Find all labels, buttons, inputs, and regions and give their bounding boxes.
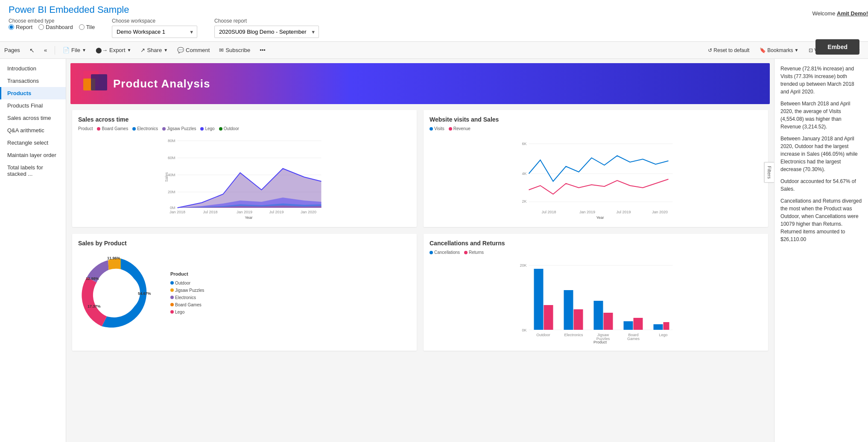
workspace-select[interactable]: Demo Workspace 1 Demo Workspace 2 bbox=[112, 26, 197, 38]
legend-lego: Lego bbox=[200, 126, 214, 131]
legend-outdoor: Outdoor bbox=[219, 126, 239, 131]
report-control: Choose report 2020SU09 Blog Demo - Septe… bbox=[214, 18, 319, 38]
subscribe-button[interactable]: ✉ Subscribe bbox=[216, 45, 254, 55]
bar-outdoor-cancel bbox=[534, 269, 544, 330]
cursor-button[interactable]: ↖ bbox=[26, 45, 38, 55]
file-icon: 📄 bbox=[63, 47, 70, 53]
sales-across-time-card: Sales across time Product Board Games El… bbox=[72, 110, 417, 227]
svg-text:Lego: Lego bbox=[659, 333, 667, 337]
export-button[interactable]: ⬤→ Export▼ bbox=[92, 45, 134, 55]
collapse-button[interactable]: « bbox=[41, 45, 50, 55]
insight-1: Revenue (72.81% increase) and Visits (77… bbox=[780, 65, 862, 96]
svg-text:Jul 2019: Jul 2019 bbox=[616, 210, 631, 214]
svg-text:Sales: Sales bbox=[164, 172, 169, 182]
bar-lego-cancel bbox=[654, 324, 663, 330]
radio-dashboard[interactable]: Dashboard bbox=[38, 24, 73, 30]
charts-container: Sales across time Product Board Games El… bbox=[66, 104, 774, 357]
insight-5: Cancellations and Returns diverged the m… bbox=[780, 197, 862, 243]
svg-text:4K: 4K bbox=[522, 172, 526, 176]
workspace-control: Choose workspace Demo Workspace 1 Demo W… bbox=[112, 18, 197, 38]
insight-3: Between January 2018 and April 2020, Out… bbox=[780, 135, 862, 173]
insight-2: Between March 2018 and April 2020, the a… bbox=[780, 100, 862, 131]
app-header: Power BI Embedded Sample Choose embed ty… bbox=[0, 0, 868, 42]
share-button[interactable]: ↗ Share▼ bbox=[137, 45, 171, 55]
visits-dot bbox=[430, 127, 433, 131]
sidebar-item-products-final[interactable]: Products Final bbox=[0, 99, 66, 112]
bar-electronics-return bbox=[574, 309, 583, 330]
sales-across-time-legend: Product Board Games Electronics Jigsaw P… bbox=[78, 126, 411, 131]
cursor-icon: ↖ bbox=[29, 47, 35, 54]
radio-report[interactable]: Report bbox=[9, 24, 32, 30]
report-header: Product Analysis bbox=[70, 63, 770, 104]
pages-label: Pages bbox=[4, 47, 20, 53]
website-visits-chart: 6K 4K 2K Jul 2018 Jan 2019 Jul 2019 J bbox=[430, 134, 762, 220]
svg-text:80M: 80M bbox=[168, 139, 175, 143]
legend-returns: Returns bbox=[464, 250, 484, 255]
filters-tab[interactable]: Filters bbox=[764, 162, 774, 183]
legend-electronics: Electronics bbox=[132, 126, 158, 131]
comment-icon: 💬 bbox=[177, 47, 184, 53]
sidebar-item-introduction[interactable]: Introduction bbox=[0, 62, 66, 75]
embed-button[interactable]: Embed bbox=[815, 39, 859, 55]
export-icon: ⬤→ bbox=[96, 47, 108, 53]
legend-outdoor: Outdoor bbox=[170, 281, 204, 285]
sidebar-item-transactions[interactable]: Transactions bbox=[0, 75, 66, 87]
main-layout: Introduction Transactions Products Produ… bbox=[0, 59, 868, 442]
more-button[interactable]: ••• bbox=[256, 45, 269, 55]
sidebar-item-rectangle[interactable]: Rectangle select bbox=[0, 137, 66, 149]
svg-text:0M: 0M bbox=[170, 206, 175, 210]
radio-tile[interactable]: Tile bbox=[79, 24, 95, 30]
cancellations-title: Cancellations and Returns bbox=[430, 240, 762, 247]
sales-across-time-chart: 80M 60M 40M 20M 0M Sales bbox=[78, 134, 411, 220]
embed-type-section: Choose embed type Report Dashboard Tile bbox=[9, 18, 95, 30]
website-visits-card: Website visits and Sales Visits Revenue … bbox=[424, 110, 768, 227]
legend-electronics-donut: Electronics bbox=[170, 295, 204, 300]
sidebar-item-qa[interactable]: Q&A arithmetic bbox=[0, 124, 66, 137]
svg-text:Jul 2018: Jul 2018 bbox=[541, 210, 556, 214]
legend-revenue: Revenue bbox=[449, 126, 471, 131]
bar-boardgames-return bbox=[634, 318, 643, 330]
reset-button[interactable]: ↺ Reset to default bbox=[704, 46, 753, 55]
toolbar-divider-1 bbox=[55, 46, 55, 55]
collapse-icon: « bbox=[44, 47, 47, 53]
app-title: Power BI Embedded Sample bbox=[9, 4, 859, 15]
file-button[interactable]: 📄 File▼ bbox=[59, 45, 90, 55]
bookmarks-button[interactable]: 🔖 Bookmarks▼ bbox=[756, 46, 802, 55]
svg-text:20K: 20K bbox=[520, 263, 526, 268]
legend-cancellations: Cancellations bbox=[430, 250, 460, 255]
svg-text:20M: 20M bbox=[168, 190, 175, 194]
website-visits-legend: Visits Revenue bbox=[430, 126, 762, 131]
sidebar-item-total-labels[interactable]: Total labels for stacked ... bbox=[0, 161, 66, 180]
lego-dot bbox=[200, 127, 204, 131]
workspace-select-wrapper: Demo Workspace 1 Demo Workspace 2 ▼ bbox=[112, 26, 197, 38]
cancellations-dot bbox=[430, 251, 433, 254]
subscribe-icon: ✉ bbox=[219, 47, 224, 53]
svg-text:17.37%: 17.37% bbox=[88, 304, 101, 308]
content-area: Product Analysis Sales across time Produ… bbox=[66, 59, 774, 442]
svg-text:54.67%: 54.67% bbox=[138, 291, 151, 296]
embed-type-radio-group: Report Dashboard Tile bbox=[9, 24, 95, 30]
svg-text:Games: Games bbox=[627, 337, 640, 341]
report-select[interactable]: 2020SU09 Blog Demo - September bbox=[214, 26, 319, 38]
sidebar-item-products[interactable]: Products bbox=[0, 87, 66, 99]
sidebar-item-layer-order[interactable]: Maintain layer order bbox=[0, 149, 66, 161]
accent-dark bbox=[91, 74, 107, 90]
embed-type-label: Choose embed type bbox=[9, 18, 91, 24]
sidebar-item-sales-across-time[interactable]: Sales across time bbox=[0, 112, 66, 124]
cancellations-chart: 20K 0K bbox=[430, 258, 762, 343]
share-icon: ↗ bbox=[140, 47, 145, 53]
legend-visits: Visits bbox=[430, 126, 444, 131]
product-legend-title: Product bbox=[170, 271, 204, 276]
cancellations-card: Cancellations and Returns Cancellations … bbox=[424, 234, 768, 351]
legend-jigsaw: Jigsaw Puzzles bbox=[162, 126, 196, 131]
sales-by-product-title: Sales by Product bbox=[78, 240, 411, 247]
svg-text:Jan 2018: Jan 2018 bbox=[170, 210, 185, 214]
view-icon: ⊡ bbox=[809, 47, 813, 53]
comment-button[interactable]: 💬 Comment bbox=[174, 45, 213, 55]
electronics-dot bbox=[132, 127, 136, 131]
svg-text:Jan 2020: Jan 2020 bbox=[652, 210, 668, 214]
bar-outdoor-return bbox=[544, 305, 553, 330]
right-panel: Revenue (72.81% increase) and Visits (77… bbox=[774, 59, 868, 442]
returns-dot bbox=[464, 251, 468, 254]
outdoor-dot bbox=[219, 127, 222, 131]
